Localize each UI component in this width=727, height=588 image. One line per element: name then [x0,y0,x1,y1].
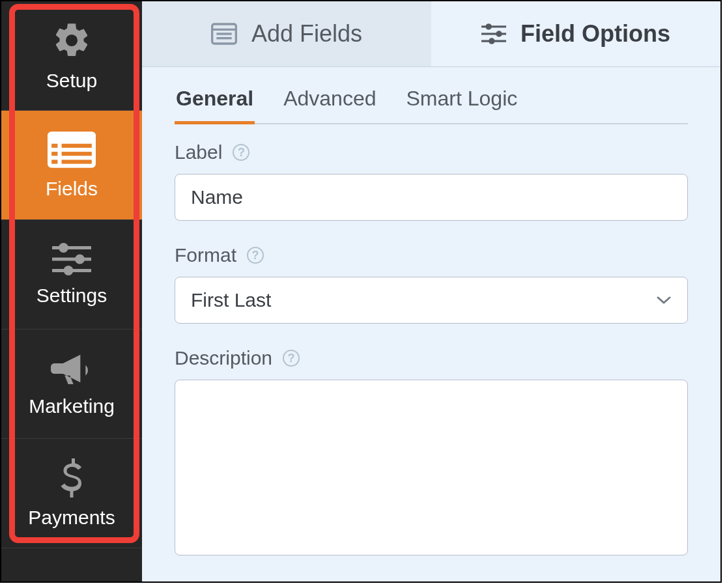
help-icon[interactable]: ? [247,247,264,264]
tab-field-options[interactable]: Field Options [431,1,720,66]
select-value: First Last [191,289,271,311]
svg-point-19 [485,23,492,30]
form-icon [211,23,237,45]
gear-icon [51,20,92,61]
svg-rect-5 [62,152,92,156]
format-select[interactable]: First Last [175,277,688,324]
label-text: Format [175,244,236,266]
sidebar-label: Settings [36,285,107,307]
svg-point-11 [75,254,85,264]
field-options-form: Label ? Format ? First Last [142,124,720,581]
sidebar-label: Payments [28,507,115,529]
row-label: Label ? [175,141,688,221]
sliders-icon [481,23,506,44]
sidebar: Setup Fields Settings Marketing [1,1,142,581]
description-heading: Description ? [175,347,688,369]
subtab-advanced[interactable]: Advanced [282,87,377,124]
chevron-down-icon [656,296,672,305]
svg-rect-20 [481,33,506,35]
tab-label: Field Options [520,20,670,48]
sidebar-item-setup[interactable]: Setup [1,1,142,111]
svg-rect-6 [51,160,57,163]
tab-add-fields[interactable]: Add Fields [142,1,431,66]
format-heading: Format ? [175,244,688,266]
label-text: Label [175,141,222,163]
sub-tabs: General Advanced Smart Logic [142,67,720,124]
description-textarea[interactable] [175,380,688,555]
sidebar-spacer [1,548,142,581]
sidebar-label: Marketing [29,395,115,417]
sidebar-label: Setup [46,70,97,92]
svg-rect-7 [62,160,92,163]
help-icon[interactable]: ? [233,144,249,161]
sidebar-item-fields[interactable]: Fields [1,111,142,220]
tab-label: Add Fields [251,20,362,48]
sidebar-item-payments[interactable]: Payments [1,439,142,548]
row-format: Format ? First Last [175,244,688,324]
dollar-icon [59,458,85,497]
svg-rect-10 [52,257,91,260]
svg-rect-4 [51,152,57,156]
svg-rect-18 [481,25,506,27]
svg-rect-2 [51,143,57,147]
sliders-icon [51,243,92,275]
svg-point-21 [496,31,502,37]
bullhorn-icon [51,351,93,386]
label-input[interactable] [175,174,688,221]
main-panel: Add Fields Field Options General Advance… [142,1,720,581]
row-description: Description ? [175,347,688,558]
sidebar-item-marketing[interactable]: Marketing [1,329,142,439]
sidebar-item-settings[interactable]: Settings [1,220,142,329]
list-form-icon [48,131,96,169]
svg-rect-3 [62,143,92,147]
subtab-smart-logic[interactable]: Smart Logic [405,87,519,124]
app-window: Setup Fields Settings Marketing [0,0,722,583]
svg-point-23 [489,38,495,44]
svg-point-9 [59,243,68,253]
svg-rect-8 [52,246,91,249]
top-tabs: Add Fields Field Options [142,1,720,67]
label-heading: Label ? [175,141,688,163]
label-text: Description [175,347,272,369]
help-icon[interactable]: ? [283,350,300,367]
svg-point-13 [64,266,74,275]
subtab-general[interactable]: General [175,87,255,124]
svg-rect-1 [48,132,96,139]
sidebar-label: Fields [46,178,98,200]
